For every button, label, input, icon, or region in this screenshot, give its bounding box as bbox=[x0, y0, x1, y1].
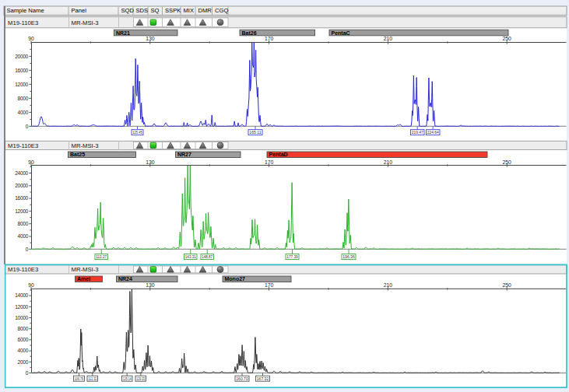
svg-text:125.14: 125.14 bbox=[123, 376, 132, 381]
svg-text:113.27: 113.27 bbox=[96, 254, 107, 259]
svg-text:8000: 8000 bbox=[18, 96, 29, 101]
svg-text:12000: 12000 bbox=[15, 82, 28, 87]
svg-text:167.32: 167.32 bbox=[257, 376, 269, 381]
svg-text:Mono27: Mono27 bbox=[225, 276, 246, 282]
svg-text:148.87: 148.87 bbox=[202, 254, 212, 259]
svg-text:PentaC: PentaC bbox=[332, 30, 350, 36]
svg-text:8000: 8000 bbox=[18, 221, 29, 226]
svg-text:224.64: 224.64 bbox=[427, 130, 439, 135]
svg-text:Bat25: Bat25 bbox=[70, 152, 85, 157]
svg-text:M19-110E3: M19-110E3 bbox=[8, 142, 38, 149]
svg-text:170: 170 bbox=[265, 36, 274, 41]
svg-text:106.79: 106.79 bbox=[75, 376, 83, 381]
svg-text:112.32: 112.32 bbox=[88, 376, 97, 381]
svg-text:196.36: 196.36 bbox=[342, 254, 355, 259]
svg-text:SSPK: SSPK bbox=[165, 7, 181, 14]
svg-text:CGQ: CGQ bbox=[215, 7, 228, 14]
svg-text:219.47: 219.47 bbox=[412, 130, 423, 135]
svg-text:4000: 4000 bbox=[18, 110, 29, 115]
svg-text:4000: 4000 bbox=[18, 233, 29, 239]
svg-text:Panel: Panel bbox=[72, 7, 87, 14]
svg-text:MR-MSI-3: MR-MSI-3 bbox=[72, 142, 99, 149]
svg-text:DMR: DMR bbox=[198, 7, 212, 14]
svg-text:PentaD: PentaD bbox=[269, 152, 288, 157]
svg-text:130: 130 bbox=[146, 36, 155, 41]
svg-text:12000: 12000 bbox=[15, 304, 28, 310]
svg-text:4000: 4000 bbox=[18, 348, 29, 353]
svg-text:165.11: 165.11 bbox=[249, 130, 262, 135]
svg-text:210: 210 bbox=[384, 36, 393, 41]
svg-text:Amel: Amel bbox=[77, 276, 90, 282]
svg-text:2000: 2000 bbox=[18, 359, 29, 365]
svg-text:SQ: SQ bbox=[151, 7, 160, 14]
svg-text:6000: 6000 bbox=[18, 337, 29, 342]
svg-text:Sample Name: Sample Name bbox=[7, 7, 44, 14]
svg-text:NR21: NR21 bbox=[116, 30, 130, 36]
svg-text:M19-110E3: M19-110E3 bbox=[8, 19, 38, 26]
svg-text:177.39: 177.39 bbox=[286, 254, 297, 259]
svg-text:NR27: NR27 bbox=[177, 152, 191, 157]
svg-text:125.45: 125.45 bbox=[132, 130, 142, 135]
svg-text:12000: 12000 bbox=[15, 208, 28, 214]
svg-text:SQD: SQD bbox=[121, 7, 135, 14]
svg-text:16000: 16000 bbox=[15, 68, 28, 73]
svg-text:10000: 10000 bbox=[15, 315, 28, 320]
svg-text:MR-MSI-3: MR-MSI-3 bbox=[72, 266, 99, 273]
svg-text:8000: 8000 bbox=[18, 326, 29, 331]
svg-text:0: 0 bbox=[26, 247, 29, 252]
svg-text:90: 90 bbox=[28, 36, 34, 41]
svg-text:SDS: SDS bbox=[136, 7, 149, 14]
svg-text:16000: 16000 bbox=[15, 195, 28, 201]
svg-text:143.31: 143.31 bbox=[185, 254, 196, 259]
svg-text:M19-110E3: M19-110E3 bbox=[8, 266, 38, 273]
svg-text:129.33: 129.33 bbox=[136, 376, 145, 381]
svg-text:0: 0 bbox=[26, 124, 29, 129]
svg-text:20000: 20000 bbox=[15, 54, 28, 59]
svg-text:Bat26: Bat26 bbox=[242, 30, 257, 36]
svg-text:0: 0 bbox=[26, 370, 29, 376]
svg-text:MIX: MIX bbox=[184, 7, 195, 14]
svg-text:160.70: 160.70 bbox=[236, 376, 248, 381]
svg-text:20000: 20000 bbox=[15, 183, 28, 188]
svg-text:NR24: NR24 bbox=[118, 276, 132, 282]
svg-text:250: 250 bbox=[503, 36, 512, 41]
svg-text:24000: 24000 bbox=[15, 170, 28, 176]
svg-text:14000: 14000 bbox=[15, 292, 28, 298]
svg-text:MR-MSI-3: MR-MSI-3 bbox=[72, 19, 99, 26]
